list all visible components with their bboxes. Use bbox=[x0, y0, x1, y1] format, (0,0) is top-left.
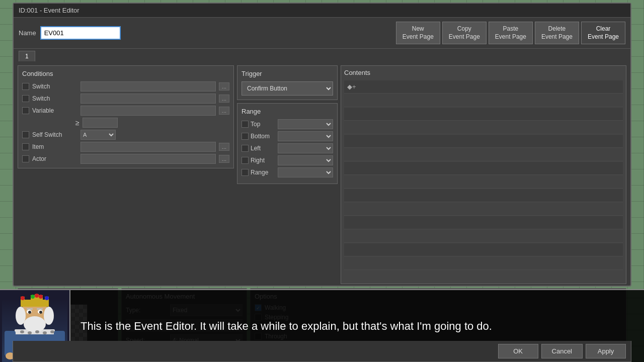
range-bottom-checkbox[interactable] bbox=[242, 133, 249, 140]
new-event-page-button[interactable]: NewEvent Page bbox=[396, 22, 440, 44]
editor-window: ID:001 - Event Editor Name NewEvent Page… bbox=[13, 3, 631, 287]
range-top-select[interactable] bbox=[278, 119, 333, 129]
content-row-12 bbox=[344, 230, 623, 243]
switch1-label: Switch bbox=[32, 83, 77, 90]
diamond-plus-icon: ◆+ bbox=[347, 83, 356, 90]
contents-grid: ◆+ bbox=[344, 80, 623, 270]
content-row-6 bbox=[344, 148, 623, 161]
content-row-5 bbox=[344, 135, 623, 148]
condition-switch1: Switch ... bbox=[22, 81, 229, 92]
tab-1[interactable]: 1 bbox=[19, 51, 35, 61]
actor-checkbox[interactable] bbox=[22, 155, 29, 162]
content-row-9 bbox=[344, 189, 623, 202]
svg-point-24 bbox=[39, 311, 42, 314]
name-label: Name bbox=[19, 29, 36, 37]
contents-title: Contents bbox=[344, 69, 623, 76]
conditions-grid: Switch ... Switch ... Variable bbox=[22, 81, 229, 164]
range-left-checkbox[interactable] bbox=[242, 145, 249, 152]
trigger-title: Trigger bbox=[242, 70, 333, 77]
range-top-label: Top bbox=[251, 121, 276, 128]
range-left-row: Left bbox=[242, 143, 333, 153]
range-range-select[interactable] bbox=[278, 167, 333, 177]
gte-input[interactable] bbox=[83, 118, 118, 128]
switch2-btn[interactable]: ... bbox=[219, 95, 229, 103]
condition-variable: Variable ... bbox=[22, 106, 229, 116]
variable-input[interactable] bbox=[80, 106, 216, 116]
range-bottom-row: Bottom bbox=[242, 131, 333, 141]
switch1-checkbox[interactable] bbox=[22, 83, 29, 90]
tabs-bar: 1 bbox=[14, 49, 630, 61]
name-section: Name bbox=[19, 26, 393, 40]
gte-symbol: ≥ bbox=[75, 119, 79, 127]
actor-input[interactable] bbox=[80, 154, 216, 164]
range-right-select[interactable] bbox=[278, 155, 333, 165]
item-btn[interactable]: ... bbox=[219, 143, 229, 151]
range-right-row: Right bbox=[242, 155, 333, 165]
window-title: ID:001 - Event Editor bbox=[19, 7, 79, 14]
item-checkbox[interactable] bbox=[22, 143, 29, 150]
conditions-title: Conditions bbox=[22, 70, 229, 77]
svg-point-41 bbox=[35, 330, 39, 333]
condition-actor: Actor ... bbox=[22, 154, 229, 164]
clear-event-page-button[interactable]: ClearEvent Page bbox=[581, 22, 625, 44]
content-row-13 bbox=[344, 243, 623, 256]
condition-switch2: Switch ... bbox=[22, 94, 229, 104]
range-left-select[interactable] bbox=[278, 143, 333, 153]
svg-point-19 bbox=[16, 307, 26, 325]
selfswitch-label: Self Switch bbox=[32, 131, 77, 138]
name-input[interactable] bbox=[40, 26, 121, 40]
switch2-checkbox[interactable] bbox=[22, 95, 29, 102]
range-range-label: Range bbox=[251, 169, 276, 176]
svg-point-38 bbox=[45, 296, 49, 300]
range-left-label: Left bbox=[251, 145, 276, 152]
svg-point-43 bbox=[50, 330, 54, 333]
switch2-input[interactable] bbox=[80, 94, 216, 104]
ok-button[interactable]: OK bbox=[498, 344, 538, 358]
range-panel: Range Top Bottom Left bbox=[237, 103, 338, 184]
content-row-11 bbox=[344, 216, 623, 229]
apply-button[interactable]: Apply bbox=[586, 344, 626, 358]
svg-point-40 bbox=[28, 331, 32, 334]
contents-panel: Contents ◆+ bbox=[341, 65, 626, 284]
title-bar: ID:001 - Event Editor bbox=[14, 4, 630, 18]
range-right-checkbox[interactable] bbox=[242, 157, 249, 164]
content-row-10 bbox=[344, 203, 623, 216]
actor-btn[interactable]: ... bbox=[219, 155, 229, 163]
delete-event-page-button[interactable]: DeleteEvent Page bbox=[535, 22, 579, 44]
svg-point-20 bbox=[44, 307, 54, 325]
condition-item: Item ... bbox=[22, 142, 229, 152]
content-row-8 bbox=[344, 175, 623, 189]
toolbar: Name NewEvent Page CopyEvent Page PasteE… bbox=[14, 18, 630, 49]
content-row-7 bbox=[344, 162, 623, 175]
range-title: Range bbox=[242, 108, 333, 115]
content-row-2 bbox=[344, 94, 623, 107]
content-row-3 bbox=[344, 108, 623, 121]
range-bottom-select[interactable] bbox=[278, 131, 333, 141]
dialog-message: This is the Event Editor. It will take a… bbox=[80, 318, 492, 334]
variable-checkbox[interactable] bbox=[22, 107, 29, 114]
selfswitch-select[interactable]: A B C D bbox=[80, 130, 116, 140]
svg-point-37 bbox=[39, 295, 43, 299]
switch1-btn[interactable]: ... bbox=[219, 82, 229, 90]
content-first-row[interactable]: ◆+ bbox=[344, 80, 623, 94]
range-right-label: Right bbox=[251, 157, 276, 164]
cancel-button[interactable]: Cancel bbox=[541, 344, 583, 358]
range-bottom-label: Bottom bbox=[251, 133, 276, 140]
gte-row: ≥ bbox=[22, 118, 229, 128]
copy-event-page-button[interactable]: CopyEvent Page bbox=[442, 22, 487, 44]
switch1-input[interactable] bbox=[80, 81, 216, 92]
range-range-row: Range bbox=[242, 167, 333, 177]
range-top-checkbox[interactable] bbox=[242, 121, 249, 128]
svg-rect-26 bbox=[37, 308, 43, 310]
trigger-panel: Trigger Confirm Button Player Touch Even… bbox=[237, 65, 338, 100]
selfswitch-checkbox[interactable] bbox=[22, 131, 29, 138]
range-range-checkbox[interactable] bbox=[242, 169, 249, 176]
svg-rect-25 bbox=[27, 308, 33, 310]
paste-event-page-button[interactable]: PasteEvent Page bbox=[489, 22, 533, 44]
trigger-select[interactable]: Confirm Button Player Touch Event Touch … bbox=[242, 81, 333, 96]
action-bar: OK Cancel Apply bbox=[13, 341, 631, 362]
switch2-label: Switch bbox=[32, 95, 77, 102]
item-input[interactable] bbox=[80, 142, 216, 152]
variable-btn[interactable]: ... bbox=[219, 107, 229, 115]
range-top-row: Top bbox=[242, 119, 333, 129]
